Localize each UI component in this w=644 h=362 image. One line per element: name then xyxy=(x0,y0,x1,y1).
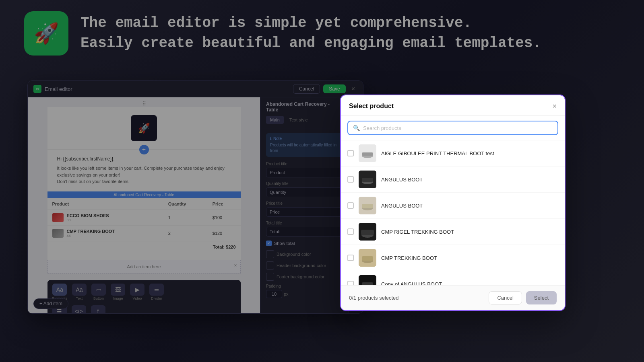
product-checkbox-1[interactable] xyxy=(347,150,354,156)
product-list: AIGLE GIBOULEE PRINT THERMAL BOOT test A… xyxy=(341,140,565,285)
product-thumb-2 xyxy=(359,171,376,188)
modal-footer: 0/1 products selected Cancel Select xyxy=(341,285,565,310)
search-input-wrapper: 🔍 xyxy=(347,121,558,135)
selection-count: 0/1 products selected xyxy=(349,295,399,301)
svg-rect-5 xyxy=(362,178,373,182)
product-checkbox-6[interactable] xyxy=(347,281,354,285)
footer-actions: Cancel Select xyxy=(489,291,557,304)
modal-title: Select product xyxy=(349,103,394,110)
product-name-item-1: AIGLE GIBOULEE PRINT THERMAL BOOT test xyxy=(381,150,558,156)
svg-rect-17 xyxy=(362,282,373,285)
modal-header: Select product × xyxy=(341,95,565,116)
product-thumb-6 xyxy=(359,275,376,285)
modal-search: 🔍 xyxy=(341,116,565,140)
list-item[interactable]: AIGLE GIBOULEE PRINT THERMAL BOOT test xyxy=(341,140,565,167)
list-item[interactable]: ANGULUS BOOT xyxy=(341,193,565,219)
product-name-item-5: CMP TREKKING BOOT xyxy=(381,255,558,261)
product-name-item-3: ANGULUS BOOT xyxy=(381,203,558,209)
search-input[interactable] xyxy=(363,125,553,131)
list-item[interactable]: Copy of ANGULUS BOOT xyxy=(341,271,565,285)
product-checkbox-2[interactable] xyxy=(347,176,354,183)
modal-close-button[interactable]: × xyxy=(552,103,557,110)
product-thumb-1 xyxy=(359,144,376,162)
product-thumb-5 xyxy=(359,249,376,267)
list-item[interactable]: ANGULUS BOOT xyxy=(341,167,565,193)
modal-select-button[interactable]: Select xyxy=(526,291,557,304)
list-item[interactable]: CMP RIGEL TREKKING BOOT xyxy=(341,219,565,245)
product-name-item-2: ANGULUS BOOT xyxy=(381,177,558,183)
product-checkbox-3[interactable] xyxy=(347,202,354,209)
search-icon: 🔍 xyxy=(353,125,360,131)
product-name-item-6: Copy of ANGULUS BOOT xyxy=(381,281,558,286)
modal-cancel-button[interactable]: Cancel xyxy=(489,291,522,304)
product-thumb-3 xyxy=(359,197,376,214)
product-checkbox-5[interactable] xyxy=(347,255,354,261)
svg-rect-8 xyxy=(362,204,373,208)
svg-rect-14 xyxy=(362,256,373,261)
product-checkbox-4[interactable] xyxy=(347,228,354,235)
svg-rect-11 xyxy=(361,230,374,235)
product-thumb-4 xyxy=(359,223,376,241)
list-item[interactable]: CMP TREKKING BOOT xyxy=(341,245,565,271)
svg-rect-2 xyxy=(362,152,373,156)
select-product-modal: Select product × 🔍 AIGLE GIBOULEE PRINT … xyxy=(340,95,566,311)
product-name-item-4: CMP RIGEL TREKKING BOOT xyxy=(381,229,558,235)
